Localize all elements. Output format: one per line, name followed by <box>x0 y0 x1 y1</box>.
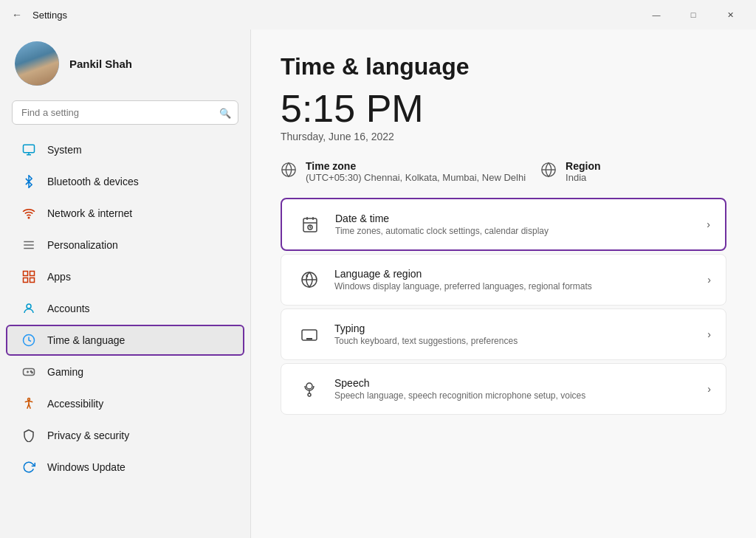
speech-setting-title: Speech <box>334 377 707 389</box>
region-info-label: Region <box>566 160 600 172</box>
svg-point-41 <box>308 393 311 396</box>
datetime-setting-desc: Time zones, automatic clock settings, ca… <box>335 226 707 236</box>
language-setting-icon <box>296 266 323 293</box>
svg-rect-8 <box>30 272 35 276</box>
accessibility-nav-icon <box>21 396 37 412</box>
typing-setting-desc: Touch keyboard, text suggestions, prefer… <box>334 336 707 346</box>
setting-item-typing[interactable]: TypingTouch keyboard, text suggestions, … <box>281 308 726 360</box>
sidebar-item-label-network: Network & internet <box>47 207 132 219</box>
info-card-region: RegionIndia <box>540 160 600 183</box>
info-card-timezone: Time zone(UTC+05:30) Chennai, Kolkata, M… <box>281 160 526 183</box>
sidebar-item-privacy[interactable]: Privacy & security <box>6 420 244 451</box>
sidebar-item-label-gaming: Gaming <box>47 366 83 378</box>
sidebar-item-label-apps: Apps <box>47 271 71 283</box>
speech-setting-icon <box>296 376 323 402</box>
language-setting-text: Language & regionWindows display languag… <box>334 268 707 292</box>
sidebar-item-label-personalization: Personalization <box>47 239 118 251</box>
sidebar-item-apps[interactable]: Apps <box>6 261 244 292</box>
personalization-nav-icon <box>21 237 37 253</box>
privacy-nav-icon <box>21 427 37 444</box>
app-title: Settings <box>32 10 67 21</box>
speech-setting-text: SpeechSpeech language, speech recognitio… <box>334 377 707 401</box>
datetime-setting-icon <box>297 211 323 238</box>
content-area: Time & language 5:15 PM Thursday, June 1… <box>251 30 756 538</box>
svg-point-17 <box>32 372 33 373</box>
svg-point-3 <box>28 217 30 218</box>
avatar <box>15 41 59 86</box>
setting-item-datetime[interactable]: Date & timeTime zones, automatic clock s… <box>281 198 726 251</box>
search-icon: 🔍 <box>219 107 231 118</box>
info-cards: Time zone(UTC+05:30) Chennai, Kolkata, M… <box>281 160 726 183</box>
speech-chevron-icon: › <box>707 383 711 395</box>
sidebar-item-accounts[interactable]: Accounts <box>6 293 244 324</box>
system-nav-icon <box>21 142 37 158</box>
svg-rect-7 <box>24 272 28 276</box>
typing-setting-title: Typing <box>334 323 707 334</box>
network-nav-icon <box>21 205 37 221</box>
sidebar-item-personalization[interactable]: Personalization <box>6 230 244 261</box>
region-info-value: India <box>566 172 600 183</box>
sidebar-item-label-time: Time & language <box>47 334 125 346</box>
language-chevron-icon: › <box>707 274 711 286</box>
current-date: Thursday, June 16, 2022 <box>281 131 726 142</box>
timezone-info-value: (UTC+05:30) Chennai, Kolkata, Mumbai, Ne… <box>306 172 526 183</box>
sidebar-item-system[interactable]: System <box>6 134 244 165</box>
sidebar-item-accessibility[interactable]: Accessibility <box>6 388 244 419</box>
minimize-button[interactable]: — <box>639 3 673 27</box>
update-nav-icon <box>21 459 37 475</box>
typing-setting-icon <box>296 321 323 348</box>
typing-setting-text: TypingTouch keyboard, text suggestions, … <box>334 323 707 346</box>
user-profile: Pankil Shah <box>0 30 250 100</box>
setting-item-language[interactable]: Language & regionWindows display languag… <box>281 254 726 306</box>
current-time: 5:15 PM <box>281 89 726 128</box>
svg-point-11 <box>27 304 31 308</box>
sidebar: Pankil Shah 🔍 SystemBluetooth & devicesN… <box>0 30 251 538</box>
svg-point-18 <box>28 399 30 401</box>
title-bar: ← Settings — □ ✕ <box>0 0 756 30</box>
svg-point-39 <box>306 383 312 389</box>
sidebar-item-label-bluetooth: Bluetooth & devices <box>47 176 139 187</box>
typing-chevron-icon: › <box>707 328 711 340</box>
sidebar-item-update[interactable]: Windows Update <box>6 452 244 483</box>
svg-rect-9 <box>24 278 28 283</box>
datetime-chevron-icon: › <box>707 218 710 230</box>
svg-rect-10 <box>30 278 35 283</box>
page-title: Time & language <box>281 53 726 80</box>
accounts-nav-icon <box>21 300 37 317</box>
apps-nav-icon <box>21 269 37 285</box>
bluetooth-nav-icon <box>21 173 37 190</box>
speech-setting-desc: Speech language, speech recognition micr… <box>334 390 707 401</box>
search-input[interactable] <box>12 100 238 125</box>
title-bar-left: ← Settings <box>9 6 67 24</box>
gaming-nav-icon <box>21 364 37 380</box>
language-setting-title: Language & region <box>334 268 707 280</box>
datetime-setting-title: Date & time <box>335 213 707 224</box>
avatar-image <box>15 41 59 86</box>
region-info-icon <box>540 162 557 182</box>
sidebar-item-label-accessibility: Accessibility <box>47 398 103 410</box>
back-button[interactable]: ← <box>9 6 25 24</box>
datetime-setting-text: Date & timeTime zones, automatic clock s… <box>335 213 707 236</box>
timezone-info-icon <box>281 162 297 182</box>
timezone-info-label: Time zone <box>306 160 526 172</box>
sidebar-item-gaming[interactable]: Gaming <box>6 356 244 387</box>
close-button[interactable]: ✕ <box>713 3 747 27</box>
language-setting-desc: Windows display language, preferred lang… <box>334 281 707 292</box>
setting-item-speech[interactable]: SpeechSpeech language, speech recognitio… <box>281 363 726 415</box>
time-nav-icon <box>21 332 37 348</box>
sidebar-item-label-privacy: Privacy & security <box>47 430 129 441</box>
user-name: Pankil Shah <box>69 58 132 70</box>
sidebar-item-label-system: System <box>47 144 82 156</box>
main-container: Pankil Shah 🔍 SystemBluetooth & devicesN… <box>0 30 756 538</box>
settings-list: Date & timeTime zones, automatic clock s… <box>281 198 726 415</box>
sidebar-item-time[interactable]: Time & language <box>6 325 244 356</box>
search-container: 🔍 <box>12 100 238 125</box>
sidebar-item-label-accounts: Accounts <box>47 303 90 314</box>
svg-rect-0 <box>24 145 35 153</box>
maximize-button[interactable]: □ <box>676 3 710 27</box>
timezone-info-content: Time zone(UTC+05:30) Chennai, Kolkata, M… <box>306 160 526 183</box>
sidebar-item-network[interactable]: Network & internet <box>6 198 244 229</box>
nav-list: SystemBluetooth & devicesNetwork & inter… <box>0 134 250 483</box>
sidebar-item-bluetooth[interactable]: Bluetooth & devices <box>6 166 244 197</box>
sidebar-item-label-update: Windows Update <box>47 461 126 473</box>
